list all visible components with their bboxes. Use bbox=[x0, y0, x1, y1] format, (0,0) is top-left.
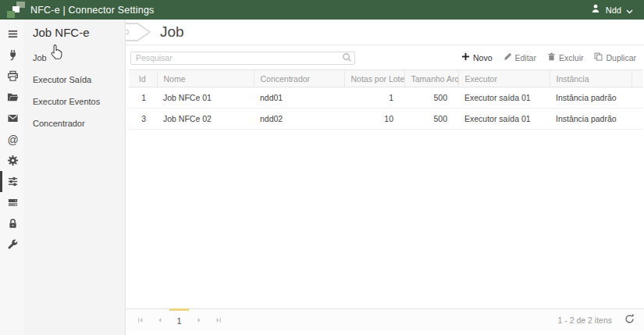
sidebar-item-concentrador[interactable]: Concentrador bbox=[23, 112, 125, 134]
copy-icon bbox=[594, 52, 603, 62]
plus-icon bbox=[461, 52, 470, 62]
table-row[interactable]: 1 Job NFCe 01 ndd01 1 500 Executor saída… bbox=[129, 87, 643, 109]
cell-notas: 10 bbox=[344, 109, 404, 130]
refresh-icon[interactable] bbox=[624, 313, 635, 327]
cell-tamanho: 500 bbox=[404, 87, 458, 109]
module-sidebar: Job NFC-e Job Executor Saída Executor Ev… bbox=[23, 20, 125, 335]
user-menu[interactable]: Ndd bbox=[590, 3, 644, 17]
header-id[interactable]: Id bbox=[129, 70, 157, 87]
duplicar-button[interactable]: Duplicar bbox=[594, 52, 636, 62]
user-icon bbox=[590, 3, 601, 17]
header-executor[interactable]: Executor bbox=[458, 70, 550, 87]
cell-executor: Executor saída 01 bbox=[458, 87, 550, 109]
cell-instancia: Instância padrão bbox=[550, 109, 632, 130]
cell-nome: Job NFCe 02 bbox=[157, 109, 254, 130]
cell-nome: Job NFCe 01 bbox=[157, 87, 254, 109]
search-box bbox=[130, 50, 355, 65]
first-page-icon[interactable] bbox=[130, 309, 150, 331]
sidebar-title: Job NFC-e bbox=[23, 20, 125, 47]
excluir-button[interactable]: Excluir bbox=[547, 52, 584, 62]
server-icon[interactable] bbox=[0, 192, 23, 213]
editar-button[interactable]: Editar bbox=[503, 52, 536, 62]
tag-icon bbox=[125, 21, 152, 43]
pencil-icon bbox=[503, 52, 512, 62]
main-content: Job Novo Edit bbox=[125, 20, 644, 335]
lock-icon[interactable] bbox=[0, 213, 23, 234]
cell-tamanho: 500 bbox=[404, 109, 458, 130]
search-icon[interactable] bbox=[342, 52, 352, 66]
wrench-icon[interactable] bbox=[0, 234, 23, 255]
app-body: @ Job NFC-e Job Executor Saída Executor … bbox=[0, 20, 644, 335]
page-header: Job bbox=[126, 20, 644, 45]
at-sign-icon[interactable]: @ bbox=[0, 129, 23, 150]
cell-concentrador: ndd01 bbox=[254, 87, 344, 109]
user-name: Ndd bbox=[606, 5, 621, 15]
app-logo bbox=[2, 0, 27, 20]
mail-icon[interactable] bbox=[0, 108, 23, 129]
icon-strip: @ bbox=[0, 20, 23, 335]
cell-concentrador: ndd02 bbox=[254, 109, 344, 130]
empty-area bbox=[126, 130, 644, 308]
sidebar-item-executor-eventos[interactable]: Executor Eventos bbox=[23, 91, 125, 112]
table-row[interactable]: 3 Job NFCe 02 ndd02 10 500 Executor saíd… bbox=[129, 109, 643, 130]
trash-icon bbox=[547, 52, 556, 62]
gear-icon[interactable] bbox=[0, 150, 23, 171]
cell-id: 1 bbox=[129, 87, 157, 109]
search-input[interactable] bbox=[130, 52, 355, 65]
cell-id: 3 bbox=[129, 109, 157, 130]
last-page-icon[interactable] bbox=[208, 309, 228, 331]
sidebar-item-job[interactable]: Job bbox=[23, 47, 125, 69]
app-title: NFC-e | Connector Settings bbox=[30, 5, 155, 16]
menu-icon[interactable] bbox=[0, 23, 23, 45]
header-concentrador[interactable]: Concentrador bbox=[254, 70, 344, 87]
sidebar-item-executor-saida[interactable]: Executor Saída bbox=[23, 69, 125, 91]
pager: 1 1 - 2 de 2 itens bbox=[126, 308, 644, 331]
folder-open-icon[interactable] bbox=[0, 87, 23, 108]
job-table: Id Nome Concentrador Notas por Lote Tama… bbox=[129, 69, 643, 130]
header-nome[interactable]: Nome bbox=[157, 70, 254, 87]
cell-executor: Executor saída 01 bbox=[458, 109, 550, 130]
header-tamanho-arquivo[interactable]: Tamanho Arquivo bbox=[404, 70, 458, 87]
top-bar: NFC-e | Connector Settings Ndd bbox=[0, 0, 644, 20]
toolbar: Novo Editar Excluir bbox=[126, 45, 644, 69]
cell-instancia: Instância padrão bbox=[550, 87, 632, 109]
printer-icon[interactable] bbox=[0, 66, 23, 87]
prev-page-icon[interactable] bbox=[150, 309, 169, 331]
novo-button[interactable]: Novo bbox=[461, 52, 493, 62]
table-header-row: Id Nome Concentrador Notas por Lote Tama… bbox=[129, 70, 643, 87]
page-number[interactable]: 1 bbox=[169, 308, 189, 331]
chevron-down-icon bbox=[626, 3, 633, 17]
plug-icon[interactable] bbox=[0, 45, 23, 66]
header-instancia[interactable]: Instância bbox=[550, 70, 632, 87]
page-title: Job bbox=[160, 23, 184, 41]
next-page-icon[interactable] bbox=[189, 309, 208, 331]
sliders-icon[interactable] bbox=[0, 171, 23, 192]
header-notas-por-lote[interactable]: Notas por Lote bbox=[344, 70, 404, 87]
cell-blank bbox=[632, 109, 643, 130]
pager-info: 1 - 2 de 2 itens bbox=[558, 315, 612, 325]
cell-blank bbox=[632, 87, 643, 109]
header-blank bbox=[632, 70, 643, 87]
cell-notas: 1 bbox=[344, 87, 404, 109]
